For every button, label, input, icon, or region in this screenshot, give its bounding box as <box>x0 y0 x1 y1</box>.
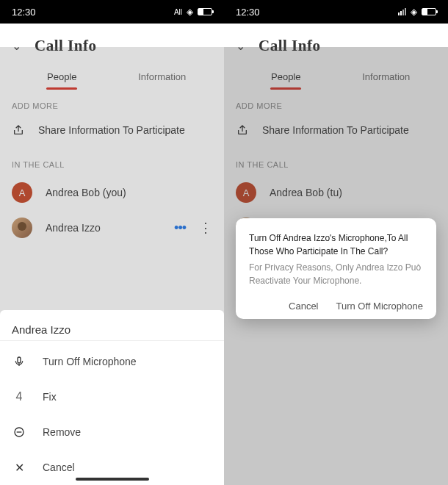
section-add-more: ADD MORE <box>0 90 224 116</box>
tab-information[interactable]: Information <box>112 64 213 90</box>
tab-people[interactable]: People <box>12 64 112 90</box>
status-bar: 12:30 All ◈ <box>0 0 224 24</box>
chevron-down-icon[interactable]: ⌄ <box>12 39 21 53</box>
wifi-icon: ◈ <box>411 7 417 17</box>
sheet-item-label: Turn Off Microphone <box>43 356 137 367</box>
sheet-title: Andrea Izzo <box>0 310 224 341</box>
signal-icon <box>398 8 406 15</box>
battery-icon <box>422 8 436 15</box>
sheet-item-label: Remove <box>43 426 81 438</box>
wifi-icon: ◈ <box>187 7 193 17</box>
participant-other[interactable]: Andrea Izzo ••• ⋮ <box>0 210 224 245</box>
confirm-button[interactable]: Turn Off Microphone <box>336 301 424 312</box>
battery-icon <box>198 8 212 15</box>
participant-name: Andrea Izzo <box>46 222 161 234</box>
network-label: All <box>174 8 182 16</box>
microphone-icon <box>12 354 26 369</box>
home-indicator[interactable] <box>76 478 149 481</box>
sheet-remove[interactable]: Remove <box>0 414 224 450</box>
bottom-sheet: Andrea Izzo Turn Off Microphone 4 Fix Re… <box>0 310 224 485</box>
participant-self: A Andrea Bob (you) <box>0 175 224 210</box>
svg-rect-0 <box>18 357 21 363</box>
avatar: A <box>12 182 32 203</box>
section-in-call: IN THE CALL <box>0 148 224 175</box>
sheet-item-label: Fix <box>43 391 57 403</box>
cancel-button[interactable]: Cancel <box>289 301 318 312</box>
status-bar: 12:30 ◈ <box>224 0 448 24</box>
fix-icon: 4 <box>12 389 26 404</box>
avatar <box>12 218 32 238</box>
confirm-dialog: Turn Off Andrea Izzo's Microphone,To All… <box>236 218 436 319</box>
status-time: 12:30 <box>12 7 36 18</box>
more-horizontal-icon[interactable]: ••• <box>174 220 186 236</box>
sheet-fix[interactable]: 4 Fix <box>0 379 224 414</box>
participant-name: Andrea Bob (you) <box>46 187 212 198</box>
share-row[interactable]: Share Information To Participate <box>0 116 224 148</box>
dialog-message: Turn Off Andrea Izzo's Microphone,To All… <box>249 231 423 258</box>
dialog-subtext: For Privacy Reasons, Only Andrea Izzo Pu… <box>249 261 423 287</box>
share-icon <box>12 123 25 137</box>
sheet-item-label: Cancel <box>43 461 75 473</box>
share-label: Share Information To Participate <box>38 124 185 136</box>
more-vertical-icon[interactable]: ⋮ <box>199 220 212 236</box>
close-icon: ✕ <box>12 460 26 475</box>
status-time: 12:30 <box>236 7 260 18</box>
sheet-mic-off[interactable]: Turn Off Microphone <box>0 344 224 379</box>
page-title: Call Info <box>35 37 96 55</box>
remove-icon <box>12 425 26 439</box>
